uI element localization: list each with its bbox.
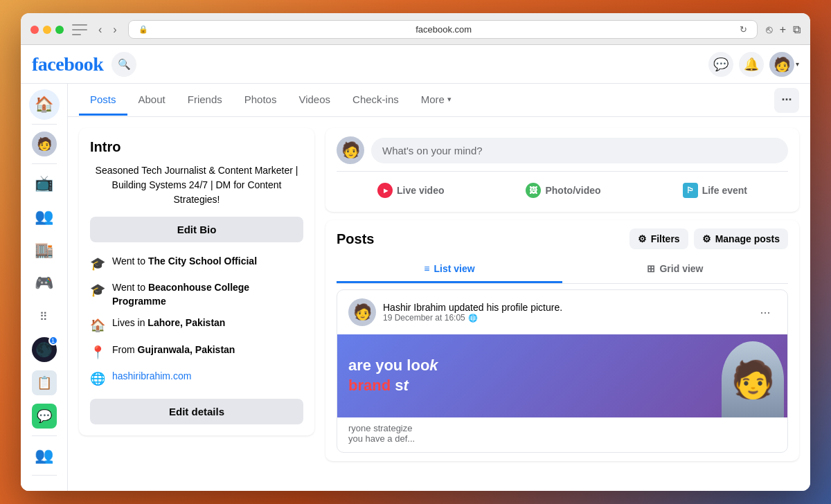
tab-more[interactable]: More ▾ [410, 85, 463, 116]
user-avatar-button[interactable]: 🧑 [769, 52, 794, 77]
sidebar-item-app1[interactable]: 🌑 1 [29, 334, 60, 365]
post-image-area: are you look brand st 🧑 [337, 334, 787, 417]
video-icon: 📺 [35, 174, 53, 192]
tab-overview-button[interactable]: ⧉ [793, 24, 801, 36]
edit-bio-button[interactable]: Edit Bio [90, 217, 303, 242]
sidebar-toggle-icon[interactable] [72, 24, 87, 35]
search-button[interactable]: 🔍 [111, 52, 136, 77]
maximize-traffic-light[interactable] [55, 26, 64, 34]
school2-name: Beaconhouse College Programme [112, 282, 249, 307]
intro-website: 🌐 hashiribrahim.com [90, 366, 303, 392]
manage-posts-button[interactable]: ⚙ Manage posts [694, 228, 788, 249]
browser-action-buttons: ⎋ + ⧉ [766, 24, 801, 36]
intro-bio-text: Seasoned Tech Journalist & Content Marke… [90, 163, 303, 207]
post-caption: ryone strategize you have a def... [337, 417, 787, 452]
location-pin-icon: 📍 [90, 344, 105, 361]
messenger-button[interactable]: 💬 [708, 52, 733, 77]
left-sidebar: 🏠 🧑 📺 👥 🏬 🎮 [21, 84, 68, 491]
post-meta: 19 December at 16:05 🌐 [383, 313, 747, 323]
sidebar-divider [32, 124, 57, 125]
browser-nav-controls: ‹ › [96, 22, 120, 37]
post-img-line1: are you look [348, 356, 438, 376]
whats-on-mind-input[interactable]: What's on your mind? [371, 138, 788, 163]
posts-header: Posts ⚙ Filters ⚙ Manage posts [337, 228, 788, 249]
website-link[interactable]: hashiribrahim.com [112, 370, 191, 384]
ellipsis-icon: ··· [781, 93, 792, 107]
notifications-button[interactable]: 🔔 [739, 52, 764, 77]
create-post-card: 🧑 What's on your mind? Live video [325, 128, 799, 212]
profile-more-options-button[interactable]: ··· [774, 88, 799, 113]
main-area: Posts About Friends Photos Videos [68, 84, 810, 491]
photo-video-icon: 🖼 [526, 183, 541, 198]
browser-window: ‹ › 🔒 facebook.com ↻ ⎋ + ⧉ facebook 🔍 💬 [21, 13, 810, 491]
sidebar-item-profile[interactable]: 🧑 [29, 129, 60, 159]
lock-icon: 🔒 [138, 25, 148, 34]
sidebar-item-marketplace[interactable]: 🏬 [29, 235, 60, 265]
tab-posts[interactable]: Posts [79, 85, 127, 116]
intro-school2: 🎓 Went to Beaconhouse College Programme [90, 277, 303, 312]
grid-view-icon: ⊞ [647, 263, 655, 274]
posts-header-actions: ⚙ Filters ⚙ Manage posts [629, 228, 788, 249]
sidebar-item-app2[interactable]: 📋 [29, 368, 60, 398]
reload-icon[interactable]: ↻ [740, 24, 747, 35]
chevron-down-icon: ▾ [796, 60, 799, 68]
tab-about[interactable]: About [127, 85, 177, 116]
post-more-button[interactable]: ··· [754, 301, 776, 323]
view-tabs: ≡ List view ⊞ Grid view [337, 256, 788, 284]
user-avatar-icon: 🧑 [774, 56, 791, 73]
sidebar-item-app3[interactable]: 💬 [29, 401, 60, 431]
notifications-icon: 🔔 [744, 57, 759, 72]
sidebar-item-home[interactable]: 🏠 [29, 89, 60, 120]
post-privacy-icon: 🌐 [468, 314, 478, 323]
post-profile-image: 🧑 [718, 334, 787, 417]
close-traffic-light[interactable] [30, 26, 39, 34]
edit-details-button[interactable]: Edit details [90, 399, 303, 424]
account-menu[interactable]: 🧑 ▾ [769, 52, 799, 77]
home-icon: 🏠 [35, 96, 53, 114]
gaming-icon: 🎮 [35, 274, 53, 292]
photo-video-button[interactable]: 🖼 Photo/video [515, 177, 611, 204]
home-location-icon: 🏠 [90, 317, 105, 334]
tab-friends[interactable]: Friends [177, 85, 233, 116]
sidebar-item-gaming[interactable]: 🎮 [29, 268, 60, 298]
filters-button[interactable]: ⚙ Filters [629, 228, 688, 249]
more-chevron-icon: ▾ [447, 95, 452, 104]
tab-photos[interactable]: Photos [233, 85, 288, 116]
facebook-app: facebook 🔍 💬 🔔 🧑 ▾ [21, 45, 810, 491]
url-text: facebook.com [152, 24, 735, 35]
sidebar-divider-2 [32, 163, 57, 164]
back-button[interactable]: ‹ [96, 22, 105, 37]
intro-from: 📍 From Gujranwala, Pakistan [90, 339, 303, 366]
address-bar[interactable]: 🔒 facebook.com ↻ [128, 20, 758, 39]
sidebar-divider-3 [32, 435, 57, 436]
forward-button[interactable]: › [110, 22, 119, 37]
post-img-line2: brand st [348, 376, 438, 396]
sidebar-item-video[interactable]: 📺 [29, 168, 60, 199]
minimize-traffic-light[interactable] [43, 26, 51, 34]
right-column: 🧑 What's on your mind? Live video [325, 128, 799, 480]
sidebar-item-friends[interactable]: 👥 [29, 201, 60, 232]
list-view-tab[interactable]: ≡ List view [337, 256, 562, 283]
sidebar-divider-4 [32, 475, 57, 476]
sidebar-item-people[interactable]: 👥 [29, 440, 60, 471]
grid-view-tab[interactable]: ⊞ Grid view [562, 256, 788, 283]
top-navigation: facebook 🔍 💬 🔔 🧑 ▾ [21, 45, 810, 84]
new-tab-button[interactable]: + [780, 24, 786, 36]
life-event-button[interactable]: 🏳 Life event [672, 177, 758, 204]
live-video-icon [377, 183, 393, 198]
post-item-header: 🧑 Hashir Ibrahim updated his profile pic… [337, 290, 787, 334]
grid-icon: ⠿ [39, 310, 48, 323]
posts-section-title: Posts [337, 231, 374, 247]
traffic-lights [30, 26, 64, 34]
post-image-text: are you look brand st [337, 345, 449, 406]
share-browser-button[interactable]: ⎋ [766, 24, 773, 36]
live-video-button[interactable]: Live video [366, 177, 455, 204]
intro-school1: 🎓 Went to The City School Official [90, 251, 303, 277]
topnav-right: 💬 🔔 🧑 ▾ [708, 52, 799, 77]
profile-tabs: Posts About Friends Photos Videos [68, 84, 810, 117]
sidebar-item-apps[interactable]: ⠿ [29, 301, 60, 332]
messenger-icon: 💬 [713, 57, 729, 72]
facebook-logo: facebook [32, 53, 103, 75]
tab-checkins[interactable]: Check-ins [341, 85, 410, 116]
tab-videos[interactable]: Videos [287, 85, 341, 116]
